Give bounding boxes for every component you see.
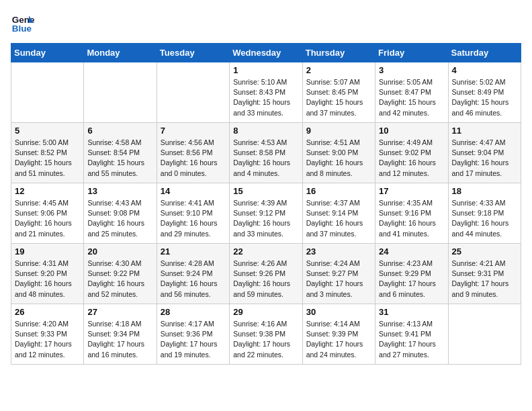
calendar-cell: 5Sunrise: 5:00 AMSunset: 8:52 PMDaylight… [11,123,84,183]
day-info: Sunrise: 4:53 AMSunset: 8:58 PMDaylight:… [233,138,298,179]
calendar-cell: 20Sunrise: 4:30 AMSunset: 9:22 PMDayligh… [84,244,157,304]
calendar-cell: 18Sunrise: 4:33 AMSunset: 9:18 PMDayligh… [448,183,521,244]
calendar-cell: 22Sunrise: 4:26 AMSunset: 9:26 PMDayligh… [230,244,302,304]
day-info: Sunrise: 5:02 AMSunset: 8:49 PMDaylight:… [452,77,517,118]
day-info: Sunrise: 4:47 AMSunset: 9:04 PMDaylight:… [452,138,517,179]
day-number: 6 [87,126,152,136]
day-number: 4 [452,65,517,75]
calendar-cell: 12Sunrise: 4:45 AMSunset: 9:06 PMDayligh… [11,183,84,244]
calendar-cell: 21Sunrise: 4:28 AMSunset: 9:24 PMDayligh… [157,244,229,304]
calendar-cell: 11Sunrise: 4:47 AMSunset: 9:04 PMDayligh… [448,123,521,183]
calendar-cell: 28Sunrise: 4:17 AMSunset: 9:36 PMDayligh… [157,304,229,365]
day-number: 16 [306,186,371,196]
calendar-table: SundayMondayTuesdayWednesdayThursdayFrid… [11,43,521,365]
calendar-cell: 14Sunrise: 4:41 AMSunset: 9:10 PMDayligh… [157,183,229,244]
calendar-cell [448,304,521,365]
day-info: Sunrise: 4:24 AMSunset: 9:27 PMDaylight:… [306,259,371,300]
weekday-header-friday: Friday [375,44,448,62]
calendar-cell: 24Sunrise: 4:23 AMSunset: 9:29 PMDayligh… [375,244,448,304]
day-number: 9 [306,126,371,136]
day-number: 31 [379,307,444,317]
weekday-header-saturday: Saturday [448,44,521,62]
day-info: Sunrise: 4:35 AMSunset: 9:16 PMDaylight:… [379,198,444,239]
day-number: 27 [87,307,152,317]
day-number: 14 [161,186,226,196]
calendar-cell [157,62,229,123]
day-info: Sunrise: 4:56 AMSunset: 8:56 PMDaylight:… [161,138,226,179]
weekday-header-wednesday: Wednesday [230,44,302,62]
day-info: Sunrise: 4:51 AMSunset: 9:00 PMDaylight:… [306,138,371,179]
day-info: Sunrise: 4:23 AMSunset: 9:29 PMDaylight:… [379,259,444,300]
day-info: Sunrise: 5:10 AMSunset: 8:43 PMDaylight:… [233,77,298,118]
day-number: 3 [379,65,444,75]
day-number: 13 [87,186,152,196]
day-info: Sunrise: 4:45 AMSunset: 9:06 PMDaylight:… [15,198,80,239]
calendar-cell: 17Sunrise: 4:35 AMSunset: 9:16 PMDayligh… [375,183,448,244]
page-header: General Blue [11,11,521,35]
calendar-cell: 3Sunrise: 5:05 AMSunset: 8:47 PMDaylight… [375,62,448,123]
day-number: 17 [379,186,444,196]
day-number: 26 [15,307,80,317]
day-info: Sunrise: 4:26 AMSunset: 9:26 PMDaylight:… [233,259,298,300]
day-info: Sunrise: 4:14 AMSunset: 9:39 PMDaylight:… [306,319,371,360]
svg-text:Blue: Blue [12,24,32,34]
calendar-cell: 30Sunrise: 4:14 AMSunset: 9:39 PMDayligh… [302,304,375,365]
calendar-cell: 9Sunrise: 4:51 AMSunset: 9:00 PMDaylight… [302,123,375,183]
day-number: 24 [379,246,444,257]
weekday-header-sunday: Sunday [11,44,84,62]
day-info: Sunrise: 4:21 AMSunset: 9:31 PMDaylight:… [452,259,517,300]
day-number: 25 [452,246,517,257]
day-number: 28 [161,307,226,317]
day-info: Sunrise: 4:39 AMSunset: 9:12 PMDaylight:… [233,198,298,239]
day-info: Sunrise: 5:07 AMSunset: 8:45 PMDaylight:… [306,77,371,118]
day-number: 12 [15,186,80,196]
calendar-cell: 6Sunrise: 4:58 AMSunset: 8:54 PMDaylight… [84,123,157,183]
day-number: 19 [15,246,80,257]
calendar-cell: 29Sunrise: 4:16 AMSunset: 9:38 PMDayligh… [230,304,302,365]
calendar-cell: 27Sunrise: 4:18 AMSunset: 9:34 PMDayligh… [84,304,157,365]
day-number: 22 [233,246,298,257]
day-number: 8 [233,126,298,136]
calendar-cell: 26Sunrise: 4:20 AMSunset: 9:33 PMDayligh… [11,304,84,365]
day-info: Sunrise: 4:37 AMSunset: 9:14 PMDaylight:… [306,198,371,239]
day-number: 15 [233,186,298,196]
day-number: 5 [15,126,80,136]
calendar-cell [11,62,84,123]
logo-icon: General Blue [11,11,35,35]
calendar-cell: 23Sunrise: 4:24 AMSunset: 9:27 PMDayligh… [302,244,375,304]
day-info: Sunrise: 4:41 AMSunset: 9:10 PMDaylight:… [161,198,226,239]
day-info: Sunrise: 4:16 AMSunset: 9:38 PMDaylight:… [233,319,298,360]
logo: General Blue [11,11,35,35]
day-info: Sunrise: 4:31 AMSunset: 9:20 PMDaylight:… [15,259,80,300]
day-number: 10 [379,126,444,136]
day-number: 2 [306,65,371,75]
day-info: Sunrise: 4:30 AMSunset: 9:22 PMDaylight:… [87,259,152,300]
day-number: 1 [233,65,298,75]
day-info: Sunrise: 4:43 AMSunset: 9:08 PMDaylight:… [87,198,152,239]
day-info: Sunrise: 4:49 AMSunset: 9:02 PMDaylight:… [379,138,444,179]
day-info: Sunrise: 4:17 AMSunset: 9:36 PMDaylight:… [161,319,226,360]
weekday-header-tuesday: Tuesday [157,44,229,62]
day-info: Sunrise: 4:33 AMSunset: 9:18 PMDaylight:… [452,198,517,239]
calendar-cell: 8Sunrise: 4:53 AMSunset: 8:58 PMDaylight… [230,123,302,183]
day-info: Sunrise: 4:13 AMSunset: 9:41 PMDaylight:… [379,319,444,360]
day-number: 30 [306,307,371,317]
day-number: 18 [452,186,517,196]
day-number: 7 [161,126,226,136]
day-number: 29 [233,307,298,317]
calendar-cell: 7Sunrise: 4:56 AMSunset: 8:56 PMDaylight… [157,123,229,183]
calendar-cell: 10Sunrise: 4:49 AMSunset: 9:02 PMDayligh… [375,123,448,183]
day-info: Sunrise: 4:28 AMSunset: 9:24 PMDaylight:… [161,259,226,300]
calendar-cell: 4Sunrise: 5:02 AMSunset: 8:49 PMDaylight… [448,62,521,123]
calendar-cell: 31Sunrise: 4:13 AMSunset: 9:41 PMDayligh… [375,304,448,365]
day-number: 11 [452,126,517,136]
day-info: Sunrise: 5:00 AMSunset: 8:52 PMDaylight:… [15,138,80,179]
day-info: Sunrise: 4:18 AMSunset: 9:34 PMDaylight:… [87,319,152,360]
day-number: 23 [306,246,371,257]
calendar-cell: 25Sunrise: 4:21 AMSunset: 9:31 PMDayligh… [448,244,521,304]
day-number: 21 [161,246,226,257]
weekday-header-monday: Monday [84,44,157,62]
day-info: Sunrise: 4:20 AMSunset: 9:33 PMDaylight:… [15,319,80,360]
day-number: 20 [87,246,152,257]
calendar-cell [84,62,157,123]
